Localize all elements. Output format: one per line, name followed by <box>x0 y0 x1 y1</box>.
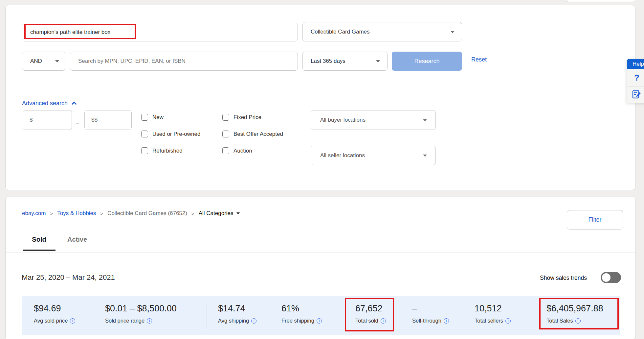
stat-label: Sold price range <box>105 318 144 324</box>
tab-sold[interactable]: Sold <box>23 236 56 243</box>
advanced-search-label: Advanced search <box>22 100 68 107</box>
keyword-search-input[interactable] <box>22 23 298 41</box>
stat-value: – <box>412 303 449 314</box>
breadcrumb: ebay.com > Toys & Hobbies > Collectible … <box>22 210 240 217</box>
checkbox-fixed-price-label: Fixed Price <box>233 114 261 121</box>
info-icon[interactable]: i <box>147 318 152 324</box>
toggle-knob <box>602 273 611 282</box>
results-date-range: Mar 25, 2020 – Mar 24, 2021 <box>22 273 115 282</box>
filter-button[interactable]: Filter <box>567 210 623 230</box>
chevron-up-icon <box>72 102 77 107</box>
category-dropdown-value: Collectible Card Games <box>303 29 370 35</box>
results-panel: ebay.com > Toys & Hobbies > Collectible … <box>5 197 635 339</box>
stat-value: 61% <box>281 303 322 314</box>
sales-trends-toggle[interactable] <box>601 272 621 283</box>
checkbox-fixed-price[interactable] <box>222 114 229 121</box>
stat-free-shipping: 61% Free shippingi <box>281 303 322 324</box>
info-icon[interactable]: i <box>70 318 75 324</box>
checkbox-new[interactable] <box>141 114 148 121</box>
terapeak-research-page: Collectible Card Games AND Last 365 days… <box>0 0 644 339</box>
info-icon[interactable]: i <box>251 318 256 324</box>
breadcrumb-separator: > <box>191 211 194 216</box>
checkbox-auction[interactable] <box>222 147 229 154</box>
buyer-locations-dropdown[interactable]: All buyer locations <box>311 110 436 130</box>
chevron-down-icon <box>55 60 59 62</box>
operator-dropdown-value: AND <box>22 58 42 64</box>
checkbox-used-label: Used or Pre-owned <box>152 131 200 137</box>
stats-divider <box>536 303 536 328</box>
breadcrumb-category-l1-link[interactable]: Toys & Hobbies <box>57 210 96 217</box>
checkbox-best-offer-label: Best Offer Accepted <box>233 131 283 137</box>
stat-label: Total Sales <box>546 318 573 324</box>
stat-label: Avg shipping <box>218 318 249 324</box>
chevron-down-icon <box>451 31 455 33</box>
checkbox-refurbished-label: Refurbished <box>152 148 183 154</box>
info-icon[interactable]: i <box>575 318 581 324</box>
seller-locations-value: All seller locations <box>311 152 365 159</box>
stat-value: 10,512 <box>475 303 511 314</box>
date-range-dropdown-value: Last 365 days <box>303 58 345 64</box>
stat-total-sales: $6,405,967.88 Total Salesi <box>546 303 603 324</box>
category-dropdown[interactable]: Collectible Card Games <box>302 22 462 41</box>
seller-locations-dropdown[interactable]: All seller locations <box>311 146 436 165</box>
product-id-search-input[interactable] <box>70 52 298 71</box>
stats-divider <box>345 303 345 328</box>
checkbox-best-offer[interactable] <box>222 131 229 137</box>
stat-value: 67,652 <box>355 303 386 314</box>
breadcrumb-site-link[interactable]: ebay.com <box>22 210 46 217</box>
info-icon[interactable]: i <box>317 318 322 324</box>
stat-label: Avg sold price <box>34 318 68 324</box>
stat-value: $14.74 <box>218 303 256 314</box>
price-range-separator: – <box>76 119 79 126</box>
stat-total-sold: 67,652 Total soldi <box>355 303 386 324</box>
all-categories-label: All Categories <box>199 210 233 217</box>
stats-divider <box>207 303 207 328</box>
reset-link[interactable]: Reset <box>471 56 487 63</box>
chevron-down-icon <box>236 212 240 214</box>
breadcrumb-separator: > <box>100 211 103 216</box>
sales-trends-label: Show sales trends <box>540 275 587 281</box>
survey-pencil-icon <box>627 90 641 100</box>
advanced-search-toggle[interactable]: Advanced search <box>22 100 75 107</box>
stat-label: Free shipping <box>281 318 314 324</box>
summary-stats-bar: $94.69 Avg sold pricei $0.01 – $8,500.00… <box>22 296 620 335</box>
checkbox-used[interactable] <box>141 131 148 137</box>
checkbox-auction-label: Auction <box>233 148 252 154</box>
breadcrumb-category-l2: Collectible Card Games (67652) <box>107 210 187 217</box>
price-max-input[interactable] <box>84 110 132 130</box>
stat-value: $94.69 <box>34 303 75 314</box>
chevron-down-icon <box>423 119 427 121</box>
stat-sold-price-range: $0.01 – $8,500.00 Sold price rangei <box>105 303 177 324</box>
date-range-dropdown[interactable]: Last 365 days <box>302 52 388 71</box>
feedback-survey-button[interactable] <box>627 86 644 103</box>
search-panel: Collectible Card Games AND Last 365 days… <box>5 5 635 190</box>
price-min-input[interactable] <box>23 110 72 130</box>
active-tab-underline <box>23 250 56 251</box>
operator-dropdown[interactable]: AND <box>22 52 65 71</box>
stat-value: $0.01 – $8,500.00 <box>105 303 177 314</box>
stat-label: Sell-through <box>412 318 441 324</box>
question-mark-icon: ? <box>627 73 639 83</box>
stat-value: $6,405,967.88 <box>546 303 603 314</box>
tabs-divider <box>6 253 635 253</box>
breadcrumb-separator: > <box>50 211 53 216</box>
stat-sell-through: – Sell-throughi <box>412 303 449 324</box>
stat-label: Total sellers <box>475 318 503 324</box>
all-categories-dropdown[interactable]: All Categories <box>199 210 240 217</box>
checkbox-refurbished[interactable] <box>141 147 148 154</box>
tab-active[interactable]: Active <box>61 236 94 243</box>
stat-avg-sold-price: $94.69 Avg sold pricei <box>34 303 75 324</box>
help-flyout-header: Help <box>627 59 644 69</box>
checkbox-new-label: New <box>152 114 164 121</box>
cut-off-top-box <box>566 0 635 2</box>
help-button[interactable]: ? <box>627 69 644 86</box>
info-icon[interactable]: i <box>444 318 449 324</box>
stat-total-sellers: 10,512 Total sellersi <box>475 303 511 324</box>
research-button[interactable]: Research <box>392 52 462 71</box>
stat-label: Total sold <box>355 318 378 324</box>
info-icon[interactable]: i <box>505 318 511 324</box>
chevron-down-icon <box>423 155 427 157</box>
info-icon[interactable]: i <box>381 318 386 324</box>
chevron-down-icon <box>376 60 380 62</box>
stat-avg-shipping: $14.74 Avg shippingi <box>218 303 256 324</box>
